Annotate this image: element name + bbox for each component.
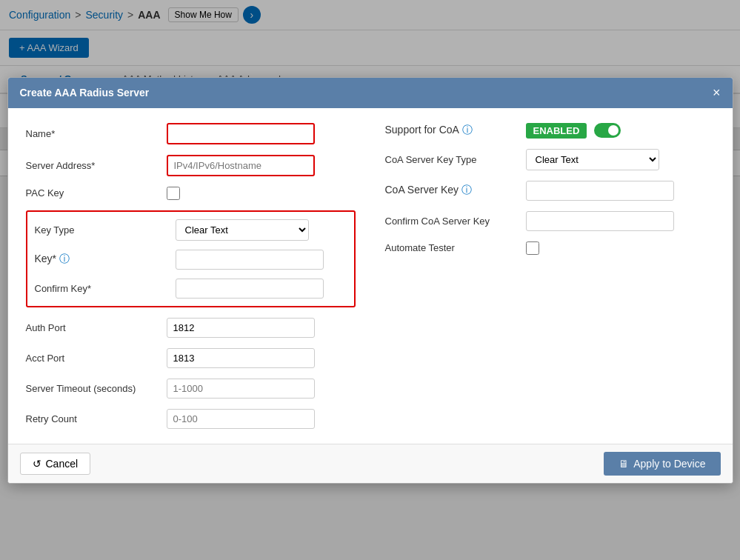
server-address-input[interactable] — [167, 155, 315, 176]
coa-key-type-label: CoA Server Key Type — [385, 154, 519, 165]
modal-title: Create AAA Radius Server — [20, 87, 150, 99]
server-address-label: Server Address* — [26, 160, 159, 171]
modal-header: Create AAA Radius Server × — [8, 78, 733, 108]
name-input[interactable] — [167, 123, 315, 144]
support-coa-label: Support for CoA ⓘ — [385, 124, 519, 137]
support-coa-toggle[interactable] — [594, 123, 621, 138]
left-form-section: Name* Server Address* PAC Key Key Type — [26, 123, 356, 177]
create-aaa-radius-modal: Create AAA Radius Server × Name* Server … — [7, 77, 733, 177]
modal-body: Name* Server Address* PAC Key Key Type — [8, 108, 733, 177]
server-address-row: Server Address* — [26, 155, 356, 176]
support-coa-info-icon: ⓘ — [462, 124, 473, 136]
support-coa-row: Support for CoA ⓘ ENABLED — [385, 123, 715, 139]
name-row: Name* — [26, 123, 356, 144]
coa-key-type-row: CoA Server Key Type Clear Text Encrypted — [385, 149, 715, 170]
modal-close-button[interactable]: × — [713, 85, 721, 101]
right-form-section: Support for CoA ⓘ ENABLED CoA Server Key… — [385, 123, 715, 177]
modal-overlay: Create AAA Radius Server × Name* Server … — [0, 0, 740, 176]
name-label: Name* — [26, 128, 159, 139]
enabled-badge: ENABLED — [526, 123, 587, 139]
coa-key-type-select[interactable]: Clear Text Encrypted — [526, 149, 659, 170]
